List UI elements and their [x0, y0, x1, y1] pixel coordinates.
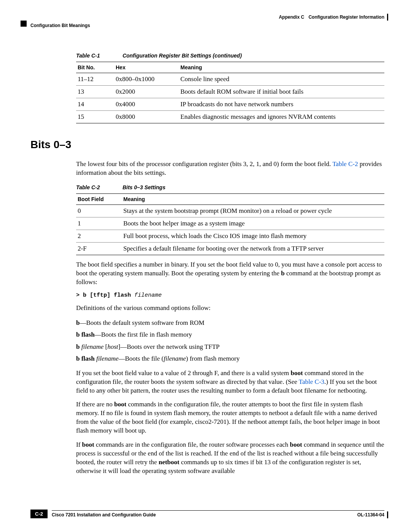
cell: Console line speed [179, 73, 384, 86]
def-desc: Boots over the network using TFTP [127, 343, 220, 350]
table-c2-title: Bits 0–3 Settings [123, 184, 166, 190]
keyword-boot: boot [82, 441, 94, 448]
sep: — [95, 331, 101, 338]
def-term: b flash [76, 331, 95, 338]
cell: Stays at the system bootstrap prompt (RO… [122, 204, 384, 217]
def-desc: ) from flash memory [186, 355, 240, 362]
table-c2-caption: Table C-2 Bits 0–3 Settings [76, 184, 384, 190]
header-rule-right [387, 14, 388, 21]
table-row: 0 Stays at the system bootstrap prompt (… [76, 204, 384, 217]
para-p4: If there are no boot commands in the con… [76, 400, 384, 435]
table-c1-head-mean: Meaning [179, 62, 384, 73]
text: [ [104, 343, 107, 350]
table-c1-caption: Table C-1 Configuration Register Bit Set… [76, 53, 384, 59]
def-item: b—Boots the default system software from… [76, 318, 384, 328]
table-row: 13 0x2000 Boots default ROM software if … [76, 86, 384, 98]
def-item: b filename [host]—Boots over the network… [76, 342, 384, 352]
text: If there are no [76, 401, 114, 408]
def-desc: Boots the default system software from R… [86, 319, 204, 326]
xref-table-c3[interactable]: Table C-3 [299, 378, 324, 385]
table-row: 11–12 0x800–0x1000 Console line speed [76, 73, 384, 86]
def-term: b flash [76, 355, 96, 362]
footer-page-number: C-2 [30, 510, 48, 518]
cell: 0 [76, 204, 122, 217]
header-square-icon [21, 21, 27, 27]
def-ital: filename [81, 343, 104, 350]
para-defs-intro: Definitions of the various command optio… [76, 304, 384, 313]
def-desc: Boots the file ( [125, 355, 164, 362]
footer-guide: Cisco 7201 Installation and Configuratio… [52, 510, 384, 518]
cell: Boots default ROM software if initial bo… [179, 86, 384, 98]
page-header: Appendix C Configuration Register Inform… [30, 14, 384, 30]
header-section: Configuration Bit Meanings [30, 23, 90, 28]
table-row: 15 0x8000 Enables diagnostic messages an… [76, 111, 384, 123]
keyword-boot: boot [290, 441, 302, 448]
def-item: b flash—Boots the first file in flash me… [76, 330, 384, 340]
para-intro: The lowest four bits of the processor co… [76, 160, 384, 177]
cell: Boots the boot helper image as a system … [122, 217, 384, 230]
def-desc: Boots the first file in flash memory [101, 331, 192, 338]
appendix-title: Configuration Register Information [309, 14, 384, 20]
table-c2-head-boot: Boot Field [76, 193, 122, 204]
keyword-b: b [281, 270, 285, 277]
definition-list: b—Boots the default system software from… [76, 318, 384, 364]
text: The lowest four bits of the processor co… [76, 160, 332, 168]
command-arg: filename [134, 292, 162, 299]
cell: 15 [76, 111, 114, 123]
cell: 14 [76, 98, 114, 111]
page-footer: Cisco 7201 Installation and Configuratio… [30, 510, 384, 518]
cell: 1 [76, 217, 122, 230]
def-ital: filename [96, 355, 119, 362]
text: If you set the boot field value to a val… [76, 369, 291, 377]
text: commands are in the configuration file, … [94, 441, 290, 448]
cell: Full boot process, which loads the Cisco… [122, 230, 384, 242]
table-c1-head-hex: Hex [114, 62, 179, 73]
xref-table-c2[interactable]: Table C-2 [332, 160, 358, 168]
section-heading: Bits 0–3 [30, 139, 384, 151]
keyword-netboot: netboot [159, 459, 180, 466]
table-c1: Bit No. Hex Meaning 11–12 0x800–0x1000 C… [76, 62, 384, 123]
table-row: 14 0x4000 IP broadcasts do not have netw… [76, 98, 384, 111]
cell: 2-F [76, 242, 122, 255]
cell: Enables diagnostic messages and ignores … [179, 111, 384, 123]
table-row: 1 Boots the boot helper image as a syste… [76, 217, 384, 230]
sep: — [80, 319, 86, 326]
footer-doc-id: OL-11364-04 [357, 512, 384, 518]
def-term: b [76, 343, 81, 350]
command-example: > b [tftp] flash filename [76, 292, 384, 299]
para-p5: If boot commands are in the configuratio… [76, 441, 384, 476]
cell: 0x800–0x1000 [114, 73, 179, 86]
table-c1-label: Table C-1 [76, 53, 121, 59]
header-right: Appendix C Configuration Register Inform… [279, 14, 384, 20]
cell: 13 [76, 86, 114, 98]
para-p3: If you set the boot field value to a val… [76, 369, 384, 395]
cell: Specifies a default filename for booting… [122, 242, 384, 255]
table-c1-head-bitno: Bit No. [76, 62, 114, 73]
table-c2-head-mean: Meaning [122, 193, 384, 204]
cell: 0x4000 [114, 98, 179, 111]
cell: 0x8000 [114, 111, 179, 123]
cell: 0x2000 [114, 86, 179, 98]
table-c2-label: Table C-2 [76, 184, 121, 190]
table-row: 2-F Specifies a default filename for boo… [76, 242, 384, 255]
sep: — [118, 355, 125, 362]
table-row: 2 Full boot process, which loads the Cis… [76, 230, 384, 242]
keyword-boot: boot [114, 401, 126, 408]
keyword-boot: boot [291, 369, 303, 377]
command-text: > b [tftp] flash [76, 292, 134, 299]
appendix-label: Appendix C [279, 14, 304, 20]
cell: IP broadcasts do not have network number… [179, 98, 384, 111]
table-c2: Boot Field Meaning 0 Stays at the system… [76, 193, 384, 255]
cell: 2 [76, 230, 122, 242]
para-bootfield: The boot field specifies a number in bin… [76, 260, 384, 287]
def-item: b flash filename—Boots the file (filenam… [76, 354, 384, 364]
def-ital: filename [164, 355, 186, 362]
cell: 11–12 [76, 73, 114, 86]
footer-rule-right [387, 511, 388, 518]
text: If [76, 441, 82, 448]
def-ital: host [107, 343, 118, 350]
table-c1-title: Configuration Register Bit Settings (con… [123, 53, 242, 59]
sep: — [120, 343, 127, 350]
